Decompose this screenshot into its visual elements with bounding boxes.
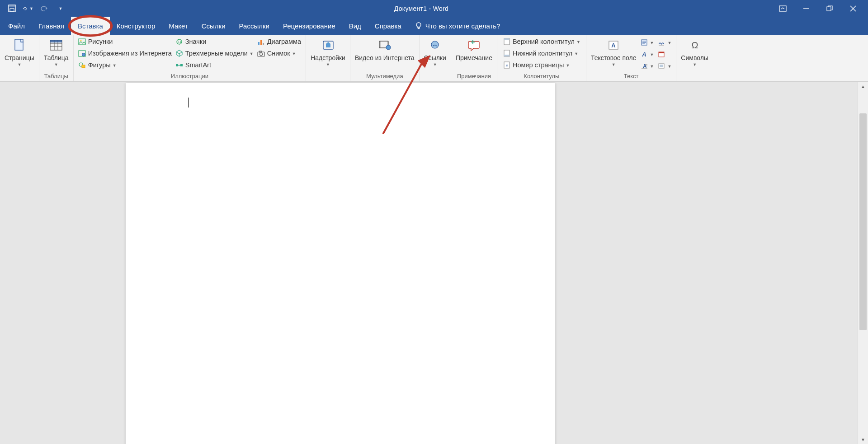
button-label: SmartArt: [185, 61, 211, 69]
addins-icon: [321, 37, 336, 53]
tab-label: Главная: [38, 22, 64, 30]
group-label: [676, 72, 713, 81]
close-button[interactable]: [847, 3, 859, 14]
table-button[interactable]: Таблица ▼: [42, 36, 71, 72]
addins-button[interactable]: Надстройки ▼: [309, 36, 347, 72]
svg-rect-29: [258, 42, 259, 45]
screenshot-button[interactable]: Снимок ▼: [255, 47, 303, 59]
dropdown-icon: ▼: [574, 51, 578, 56]
document-canvas[interactable]: [0, 82, 858, 444]
tell-me-search[interactable]: Что вы хотите сделать?: [408, 17, 507, 35]
page-number-button[interactable]: # Номер страницы ▼: [501, 59, 582, 71]
window-controls: [777, 3, 868, 14]
text-box-button[interactable]: A Текстовое поле ▼: [589, 36, 638, 72]
tab-review[interactable]: Рецензирование: [276, 17, 342, 35]
dropdown-icon: ▼: [576, 40, 580, 44]
dropdown-icon: ▼: [29, 6, 33, 11]
scroll-down-button[interactable]: ▼: [858, 435, 868, 444]
icons-icon: [175, 37, 184, 46]
3d-models-button[interactable]: Трехмерные модели ▼: [174, 47, 255, 59]
maximize-button[interactable]: [824, 3, 835, 14]
svg-rect-2: [10, 9, 14, 11]
quick-access-toolbar: ▼ ▼: [0, 3, 66, 14]
object-button[interactable]: ▼: [656, 60, 673, 72]
signature-line-button[interactable]: ▼: [656, 37, 673, 48]
svg-point-33: [260, 53, 263, 56]
signature-icon: [657, 38, 665, 47]
svg-rect-18: [79, 39, 85, 45]
vertical-scrollbar[interactable]: ▲ ▼: [858, 82, 868, 444]
tab-references[interactable]: Ссылки: [195, 17, 232, 35]
tab-view[interactable]: Вид: [342, 17, 368, 35]
comment-button[interactable]: Примечание: [454, 36, 494, 72]
shapes-button[interactable]: Фигуры ▼: [76, 59, 174, 71]
group-tables: Таблица ▼ Таблицы: [39, 35, 74, 81]
online-video-button[interactable]: Видео из Интернета: [353, 36, 416, 72]
pages-button[interactable]: Страницы ▼: [3, 36, 36, 72]
parts-icon: [640, 38, 648, 47]
footer-button[interactable]: Нижний колонтитул ▼: [501, 47, 582, 59]
dropdown-icon: ▼: [566, 63, 570, 68]
smartart-button[interactable]: SmartArt: [174, 59, 255, 71]
svg-rect-11: [15, 39, 23, 50]
page[interactable]: [126, 83, 555, 444]
svg-text:A: A: [611, 42, 616, 49]
icons-button[interactable]: Значки: [174, 36, 255, 47]
scroll-up-button[interactable]: ▲: [858, 82, 868, 91]
chart-button[interactable]: Диаграмма: [255, 36, 303, 47]
video-icon: [377, 37, 392, 53]
header-button[interactable]: Верхний колонтитул ▼: [501, 36, 582, 47]
redo-button[interactable]: [39, 3, 50, 14]
qat-customize-button[interactable]: ▼: [55, 3, 66, 14]
online-pictures-button[interactable]: Изображения из Интернета: [76, 47, 174, 59]
svg-point-24: [177, 39, 182, 44]
svg-text:#: #: [506, 64, 508, 68]
date-time-button[interactable]: [656, 48, 673, 60]
tab-insert[interactable]: Вставка: [71, 17, 110, 35]
smartart-icon: [175, 61, 184, 69]
button-label: Символы: [681, 54, 708, 62]
minimize-button[interactable]: [800, 3, 812, 14]
textbox-icon: A: [606, 37, 621, 53]
tab-layout[interactable]: Макет: [162, 17, 194, 35]
svg-rect-47: [504, 55, 509, 56]
links-button[interactable]: Ссылки ▼: [422, 36, 448, 72]
scroll-thumb[interactable]: [859, 113, 867, 330]
tab-home[interactable]: Главная: [32, 17, 71, 35]
group-addins: Надстройки ▼: [306, 35, 350, 81]
tab-mailings[interactable]: Рассылки: [232, 17, 276, 35]
ribbon-display-options-button[interactable]: [777, 3, 788, 14]
undo-button[interactable]: ▼: [23, 3, 33, 14]
quick-parts-button[interactable]: ▼: [638, 37, 656, 48]
svg-rect-17: [50, 40, 62, 42]
dropdown-icon: ▼: [113, 63, 117, 68]
scroll-track[interactable]: [858, 91, 868, 435]
symbols-button[interactable]: Ω Символы ▼: [679, 36, 710, 72]
save-button[interactable]: [6, 3, 17, 14]
tab-design[interactable]: Конструктор: [110, 17, 162, 35]
lightbulb-icon: [415, 22, 423, 30]
group-comments: Примечание Примечания: [451, 35, 497, 81]
date-icon: [657, 50, 665, 58]
group-label: [0, 72, 39, 81]
group-label: Колонтитулы: [497, 72, 586, 81]
wordart-button[interactable]: A▼: [638, 48, 656, 60]
button-label: Ссылки: [424, 54, 446, 62]
tab-file[interactable]: Файл: [0, 17, 32, 35]
tab-help[interactable]: Справка: [368, 17, 408, 35]
pictures-button[interactable]: Рисунки: [76, 36, 174, 47]
ribbon-tabs: Файл Главная Вставка Конструктор Макет С…: [0, 17, 868, 35]
chart-icon: [257, 37, 265, 46]
button-label: Номер страницы: [513, 61, 564, 69]
tab-label: Рассылки: [239, 22, 269, 30]
button-label: Таблица: [44, 54, 69, 62]
cube-icon: [175, 49, 184, 57]
tab-label: Ссылки: [202, 22, 226, 30]
tell-me-placeholder: Что вы хотите сделать?: [425, 22, 500, 30]
tab-label: Макет: [169, 22, 188, 30]
dropdown-icon: ▼: [433, 62, 437, 67]
online-picture-icon: [78, 49, 86, 57]
group-label: [420, 72, 451, 81]
page-number-icon: #: [503, 61, 511, 69]
drop-cap-button[interactable]: A▼: [638, 60, 656, 72]
